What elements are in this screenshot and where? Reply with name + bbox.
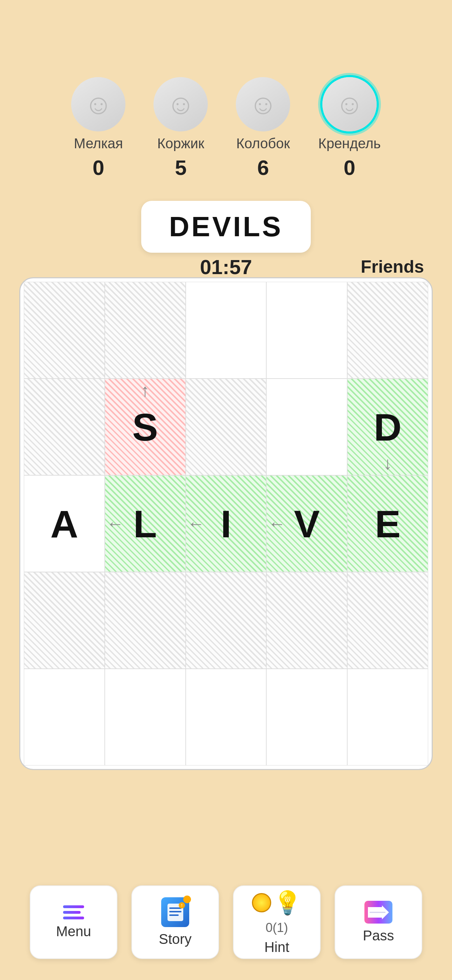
letter-E: E [375,501,401,546]
smiley-korzhik: ☺ [166,88,195,121]
current-word: DEVILS [169,211,283,242]
letter-I: I [221,501,232,546]
pass-button[interactable]: Pass [334,885,422,959]
smiley-krendel: ☺ [335,88,364,121]
letter-L: L [134,501,157,546]
letter-D: D [374,405,401,449]
cell-4-3[interactable] [266,669,347,765]
arrow-left-I: ← [188,514,205,534]
game-grid: S ↑ D ↓ A L ← I ← V ← [24,282,428,765]
cell-2-1[interactable]: L ← [105,475,186,572]
coin-icon [252,893,271,912]
letter-V: V [294,501,320,546]
timer: 01:57 [200,255,252,278]
arrow-left-L: ← [107,514,124,534]
cell-3-4[interactable] [347,572,428,669]
score-melkaya: 0 [92,156,104,180]
score-korzhik: 5 [175,156,186,180]
smiley-kolobok: ☺ [249,88,277,121]
menu-icon [63,905,84,920]
bulb-icon: 💡 [273,889,302,916]
cell-3-1[interactable] [105,572,186,669]
avatar-kolobok: ☺ [236,77,290,131]
friends-label: Friends [361,256,424,277]
menu-line-1 [63,905,84,908]
svg-text:!: ! [181,904,182,907]
letter-A: A [51,501,78,546]
menu-label: Menu [56,924,91,939]
cell-1-0[interactable] [24,379,105,475]
cell-1-1[interactable]: S ↑ [105,379,186,475]
hint-count: 0(1) [266,920,288,935]
cell-4-2[interactable] [186,669,267,765]
cell-0-1[interactable] [105,282,186,379]
score-krendel: 0 [344,156,355,180]
avatar-korzhik: ☺ [153,77,208,131]
pass-svg [366,904,391,921]
menu-button[interactable]: Menu [30,885,118,959]
hint-icon-wrap: 💡 [252,889,302,916]
smiley-melkaya: ☺ [84,88,113,121]
bottom-nav: Menu ! Story 💡 0(1) Hint [0,885,452,959]
game-grid-container: S ↑ D ↓ A L ← I ← V ← [19,277,433,770]
cell-3-3[interactable] [266,572,347,669]
score-kolobok: 6 [257,156,269,180]
name-krendel: Крендель [318,136,380,151]
cell-2-3[interactable]: V ← [266,475,347,572]
menu-line-3 [63,916,84,920]
name-kolobok: Колобок [236,136,290,151]
cell-3-0[interactable] [24,572,105,669]
arrow-down-D: ↓ [383,453,392,474]
story-label: Story [159,931,191,947]
cell-2-4[interactable]: E [347,475,428,572]
arrow-left-V: ← [268,514,286,534]
story-button[interactable]: ! Story [131,885,219,959]
menu-line-2 [63,911,81,914]
pass-label: Pass [363,928,394,943]
top-section: ☺ Мелкая 0 ☺ Коржик 5 ☺ Колобок 6 ☺ Крен… [0,0,452,770]
arrow-up-S: ↑ [141,380,150,401]
player-krendel: ☺ Крендель 0 [318,77,380,180]
hint-label: Hint [264,939,289,955]
cell-4-0[interactable] [24,669,105,765]
cell-3-2[interactable] [186,572,267,669]
cell-0-0[interactable] [24,282,105,379]
name-korzhik: Коржик [157,136,204,151]
story-icon: ! [161,897,189,927]
hint-button[interactable]: 💡 0(1) Hint [233,885,321,959]
avatar-melkaya: ☺ [71,77,126,131]
cell-4-1[interactable] [105,669,186,765]
cell-2-0[interactable]: A [24,475,105,572]
player-melkaya: ☺ Мелкая 0 [71,77,126,180]
cell-1-4[interactable]: D ↓ [347,379,428,475]
pass-icon [364,901,392,924]
story-svg: ! [166,902,185,923]
cell-4-4[interactable] [347,669,428,765]
cell-0-4[interactable] [347,282,428,379]
name-melkaya: Мелкая [74,136,123,151]
word-display: DEVILS [141,201,311,253]
players-row: ☺ Мелкая 0 ☺ Коржик 5 ☺ Колобок 6 ☺ Крен… [71,77,380,180]
avatar-krendel: ☺ [322,77,377,131]
cell-2-2[interactable]: I ← [186,475,267,572]
player-kolobok: ☺ Колобок 6 [236,77,290,180]
cell-0-2[interactable] [186,282,267,379]
cell-0-3[interactable] [266,282,347,379]
cell-1-2[interactable] [186,379,267,475]
letter-S: S [132,405,158,449]
player-korzhik: ☺ Коржик 5 [153,77,208,180]
cell-1-3[interactable] [266,379,347,475]
